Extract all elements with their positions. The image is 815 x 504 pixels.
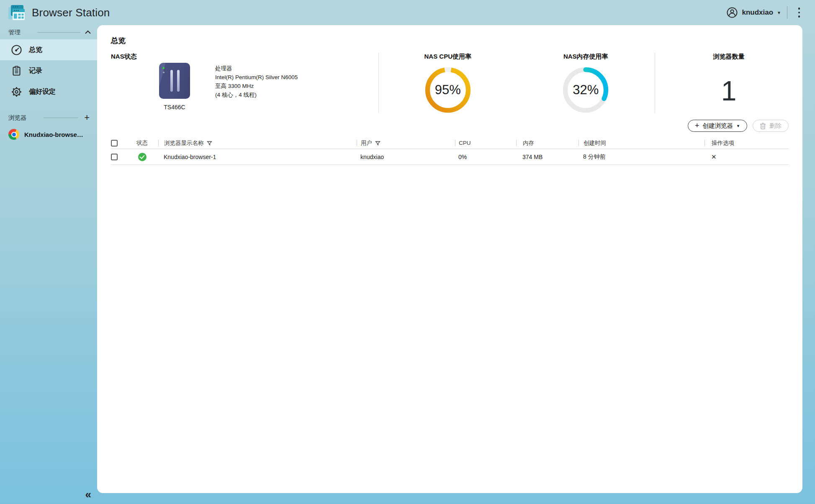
- gauge-icon: [11, 44, 22, 56]
- stats-row: NAS状态 TS466C 处理器 Intel(R) Pentium(R) Sil…: [97, 50, 802, 116]
- select-all-checkbox[interactable]: [111, 140, 118, 147]
- collapse-section-chevron-up-icon[interactable]: [85, 30, 91, 34]
- create-browser-button[interactable]: + 创建浏览器 ▼: [688, 120, 747, 132]
- user-icon: [726, 7, 738, 18]
- cell-browser-name: Knudxiao-browser-1: [158, 154, 357, 160]
- nas-status-label: NAS状态: [111, 53, 378, 61]
- cpu-usage-value: 95%: [424, 67, 471, 113]
- delete-button[interactable]: 删除: [753, 120, 789, 132]
- col-user[interactable]: 用户: [357, 140, 455, 146]
- app-header: Browser Station knudxiao ▼: [0, 0, 815, 25]
- sidebar-section-browsers: 浏览器 +: [0, 111, 97, 125]
- header-divider: [787, 6, 787, 19]
- browser-station-logo: [8, 4, 26, 21]
- user-name: knudxiao: [742, 8, 773, 17]
- cell-cpu: 0%: [455, 154, 516, 160]
- section-label: 管理: [8, 28, 21, 36]
- sidebar-item-logs[interactable]: 记录: [0, 60, 97, 81]
- memory-usage-label: NAS内存使用率: [563, 53, 608, 61]
- sidebar-item-overview[interactable]: 总览: [0, 39, 97, 60]
- browser-table: 状态 浏览器显示名称 用户 CPU 内存 创建时间 操作选项 Knudxiao-…: [111, 137, 789, 165]
- chrome-icon: [8, 129, 19, 140]
- memory-usage-value: 32%: [562, 67, 609, 113]
- close-browser-icon[interactable]: ✕: [711, 153, 717, 160]
- browser-count-block: 浏览器数量 1: [655, 50, 802, 116]
- cpu-usage-label: NAS CPU使用率: [424, 53, 471, 61]
- clipboard-icon: [11, 65, 22, 77]
- cpu-usage-donut: 95%: [424, 67, 471, 113]
- page-title: 总览: [111, 36, 126, 46]
- filter-icon[interactable]: [375, 141, 381, 146]
- col-cpu[interactable]: CPU: [455, 140, 516, 146]
- main-content-card: 总览 NAS状态 TS466C 处理器 Intel(R) Pentium(R) …: [97, 25, 802, 493]
- table-actions: + 创建浏览器 ▼ 删除: [688, 120, 789, 132]
- table-row[interactable]: Knudxiao-browser-1 knudxiao 0% 374 MB 8 …: [111, 149, 789, 165]
- usage-block: NAS CPU使用率 95% NAS内存使用率: [379, 50, 655, 116]
- sidebar-item-preferences[interactable]: 偏好设定: [0, 81, 97, 102]
- nas-status-block: NAS状态 TS466C 处理器 Intel(R) Pentium(R) Sil…: [97, 50, 378, 116]
- col-status[interactable]: 状态: [126, 139, 158, 147]
- nas-cpu-info: 处理器 Intel(R) Pentium(R) Silver N6005 至高 …: [215, 63, 298, 111]
- cell-user: knudxiao: [357, 154, 455, 160]
- col-name[interactable]: 浏览器显示名称: [158, 140, 357, 146]
- nas-device: TS466C: [159, 63, 190, 111]
- section-label: 浏览器: [8, 114, 27, 122]
- sidebar-section-management: 管理: [0, 25, 97, 39]
- user-menu[interactable]: knudxiao ▼: [726, 7, 781, 18]
- gear-icon: [11, 86, 22, 98]
- table-header: 状态 浏览器显示名称 用户 CPU 内存 创建时间 操作选项: [111, 137, 789, 149]
- trash-icon: [760, 123, 766, 129]
- status-running-icon: [138, 153, 147, 161]
- plus-icon: +: [695, 122, 699, 129]
- user-caret-down-icon: ▼: [777, 10, 781, 15]
- cell-memory: 374 MB: [516, 154, 578, 160]
- sidebar-collapse-button[interactable]: «: [85, 489, 91, 500]
- col-memory[interactable]: 内存: [516, 140, 578, 146]
- app-title: Browser Station: [32, 6, 110, 19]
- memory-usage-donut: 32%: [562, 67, 609, 113]
- col-actions: 操作选项: [704, 140, 789, 146]
- cell-created: 8 分钟前: [578, 153, 704, 161]
- more-options-button[interactable]: [793, 5, 805, 20]
- nas-device-image: [159, 63, 190, 99]
- filter-icon[interactable]: [207, 141, 212, 146]
- chevron-down-icon: ▼: [736, 124, 740, 128]
- col-created[interactable]: 创建时间: [578, 140, 704, 146]
- browser-count-value: 1: [721, 75, 737, 107]
- sidebar: 管理 总览 记录: [0, 25, 97, 504]
- memory-usage-block: NAS内存使用率 32%: [517, 50, 655, 116]
- add-browser-button[interactable]: +: [82, 112, 91, 123]
- cpu-usage-block: NAS CPU使用率 95%: [379, 50, 517, 116]
- row-checkbox[interactable]: [111, 154, 118, 160]
- nas-model-name: TS466C: [159, 104, 190, 111]
- sidebar-item-browser-instance[interactable]: Knudxiao-browse…: [0, 125, 97, 144]
- browser-count-label: 浏览器数量: [713, 53, 745, 61]
